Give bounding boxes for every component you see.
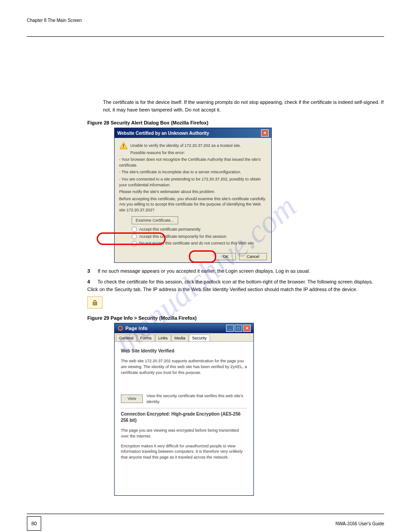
step-3-text: If no such message appears or you accept… — [98, 268, 310, 274]
close-icon[interactable]: ✕ — [261, 129, 269, 137]
dialog1-reason2: - The site's certificate is incomplete d… — [119, 169, 267, 175]
dialog1-line3: Please notify the site's webmaster about… — [119, 189, 267, 195]
encryption-para1: The page you are viewing was encrypted b… — [121, 428, 247, 439]
tab-media[interactable]: Media — [171, 335, 189, 341]
highlight-ok-button — [189, 250, 216, 263]
header-rule — [27, 36, 384, 37]
view-description: View the security certificate that verif… — [146, 393, 247, 404]
radio-accept-permanent-label: Accept this certificate permanently — [139, 227, 201, 232]
padlock-icon-inline — [87, 296, 103, 309]
page-info-dialog: Page Info _ □ ✕ General Forms Links Medi… — [114, 323, 254, 496]
footer: 80 NWA-3166 User's Guide — [27, 514, 384, 531]
dialog2-title: Page Info — [125, 326, 148, 331]
dialog1-line4: Before accepting this certificate, you s… — [119, 196, 267, 213]
tabs: General Forms Links Media Security — [115, 333, 253, 342]
tab-links[interactable]: Links — [155, 335, 171, 341]
dialog2-titlebar: Page Info _ □ ✕ — [115, 323, 253, 333]
radio-accept-permanent[interactable] — [132, 227, 137, 232]
encryption-heading: Connection Encrypted: High-grade Encrypt… — [121, 411, 247, 424]
dialog1-title: Website Certified by an Unknown Authorit… — [117, 131, 209, 136]
ok-button[interactable]: OK — [215, 253, 236, 260]
dialog1-line1: Unable to verify the identity of 172.20.… — [119, 143, 267, 149]
view-button[interactable]: View — [121, 395, 143, 403]
step-3-number: 3 — [87, 267, 96, 275]
doc-title: NWA-3166 User's Guide — [335, 521, 384, 526]
page-number: 80 — [27, 516, 41, 531]
dialog1-line2: Possible reasons for this error: — [119, 150, 267, 156]
examine-certificate-button[interactable]: Examine Certificate... — [132, 216, 178, 225]
tab-forms[interactable]: Forms — [137, 335, 155, 341]
intro-paragraph: The certificate is for the device itself… — [103, 99, 384, 113]
svg-text:!: ! — [123, 144, 124, 149]
figure-29-label: Figure 29 Page Info > Security (Mozilla … — [87, 315, 384, 321]
svg-point-4 — [119, 327, 122, 330]
highlight-accept-permanent — [97, 232, 166, 245]
dialog1-reason1: - Your browser does not recognize the Ce… — [119, 157, 267, 168]
svg-rect-2 — [93, 302, 97, 305]
dialog1-reason3: - You are connected to a site pretending… — [119, 176, 267, 188]
tab-security[interactable]: Security — [189, 335, 210, 341]
firefox-icon — [117, 325, 124, 331]
step-4-number: 4 — [87, 278, 96, 286]
tab-general[interactable]: General — [116, 335, 137, 341]
minimize-icon[interactable]: _ — [226, 325, 234, 332]
divider — [121, 408, 247, 408]
step-4-text: To check the certificate for this sessio… — [87, 279, 373, 292]
figure-28-label: Figure 28 Security Alert Dialog Box (Moz… — [87, 120, 384, 125]
maximize-icon[interactable]: □ — [235, 325, 242, 332]
identity-verified-heading: Web Site Identity Verified — [121, 348, 247, 354]
close-icon[interactable]: ✕ — [243, 325, 251, 332]
warning-icon: ! — [119, 142, 128, 150]
identity-verified-text: The web site 172.20.37.202 supports auth… — [121, 358, 247, 375]
cancel-button[interactable]: Cancel — [239, 253, 267, 260]
dialog1-titlebar: Website Certified by an Unknown Authorit… — [115, 128, 271, 138]
encryption-para2: Encryption makes it very difficult for u… — [121, 443, 247, 460]
chapter-header: Chapter 8 The Main Screen — [27, 18, 82, 23]
